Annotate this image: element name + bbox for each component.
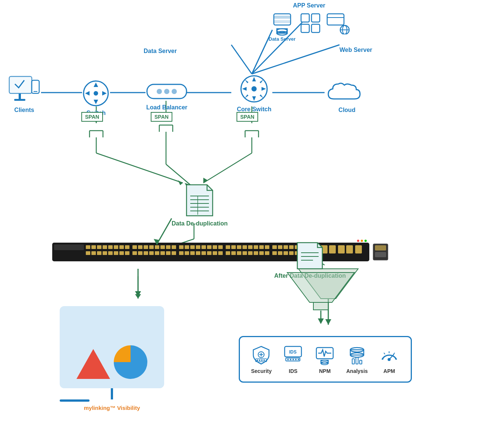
web-server-icon: [325, 12, 350, 34]
svg-rect-156: [242, 251, 247, 255]
svg-marker-73: [242, 87, 247, 91]
svg-rect-48: [312, 24, 320, 32]
svg-marker-76: [260, 80, 263, 83]
svg-line-7: [252, 45, 339, 74]
svg-rect-139: [144, 251, 148, 255]
svg-rect-46: [312, 14, 320, 22]
tool-ids: IDS IDS: [283, 345, 303, 374]
svg-point-196: [259, 359, 260, 361]
svg-rect-56: [19, 93, 21, 99]
tools-container: Security IDS IDS: [239, 336, 412, 383]
visibility-label: mylinking™ Visibility: [84, 405, 140, 411]
triangle-shape: [76, 349, 110, 379]
svg-rect-146: [185, 251, 189, 255]
security-icon: [251, 345, 272, 365]
shapes-area: [76, 345, 147, 379]
analysis-icon: [347, 345, 367, 365]
svg-rect-134: [114, 251, 118, 255]
svg-rect-47: [301, 24, 309, 32]
svg-marker-38: [325, 319, 331, 325]
clients-label: Clients: [14, 107, 34, 113]
svg-rect-119: [259, 245, 264, 249]
svg-rect-138: [138, 251, 143, 255]
span-label-lb: SPAN: [151, 112, 172, 122]
svg-line-221: [394, 353, 395, 354]
data-server-text-node: Data Server: [144, 48, 177, 55]
svg-rect-147: [190, 251, 195, 255]
diagram-container: APP Server Data Server: [0, 0, 504, 442]
svg-rect-173: [355, 245, 362, 253]
visibility-box: [60, 306, 164, 388]
svg-rect-155: [237, 251, 241, 255]
svg-rect-92: [103, 245, 107, 249]
tool-security: Security: [251, 345, 272, 374]
svg-rect-97: [132, 245, 137, 249]
data-dedup-node: Data De-duplication: [172, 183, 228, 227]
svg-marker-74: [262, 87, 266, 91]
svg-rect-152: [218, 251, 223, 255]
svg-rect-135: [119, 251, 124, 255]
tool-apm: APM: [379, 345, 400, 374]
svg-rect-148: [196, 251, 200, 255]
svg-text:IDS: IDS: [289, 349, 297, 355]
svg-line-220: [384, 353, 385, 354]
svg-rect-106: [185, 245, 189, 249]
svg-point-79: [251, 86, 257, 91]
svg-rect-142: [160, 251, 165, 255]
svg-rect-154: [231, 251, 236, 255]
svg-rect-93: [108, 245, 113, 249]
svg-line-21: [166, 164, 190, 185]
svg-rect-130: [91, 251, 96, 255]
svg-rect-157: [248, 251, 253, 255]
svg-rect-175: [375, 245, 386, 250]
svg-rect-40: [274, 16, 291, 19]
svg-rect-49: [327, 14, 344, 25]
svg-point-197: [261, 359, 263, 361]
ids-label: IDS: [289, 368, 297, 374]
core-switch-node: Core Switch: [237, 74, 271, 113]
svg-rect-103: [166, 245, 170, 249]
svg-rect-41: [274, 20, 291, 23]
svg-marker-77: [245, 94, 248, 98]
svg-rect-137: [132, 251, 137, 255]
ids-icon: IDS: [283, 345, 303, 365]
svg-marker-78: [260, 94, 263, 98]
data-server-label: Data Server: [269, 36, 295, 42]
svg-marker-63: [85, 91, 90, 96]
svg-rect-95: [119, 245, 124, 249]
data-dedup-label: Data De-duplication: [172, 220, 228, 227]
svg-marker-62: [94, 100, 98, 104]
cloud-node: Cloud: [325, 78, 369, 113]
arrow-device-to-visibility: [123, 267, 153, 304]
load-balancer-label: Load Balancer: [146, 104, 187, 111]
svg-marker-186: [135, 291, 141, 297]
svg-rect-104: [172, 245, 176, 249]
switch-node: Switch: [82, 80, 110, 116]
svg-rect-115: [237, 245, 241, 249]
svg-point-223: [388, 358, 391, 361]
svg-point-206: [298, 359, 299, 360]
svg-rect-133: [108, 251, 113, 255]
apm-label: APM: [384, 368, 395, 374]
svg-point-179: [364, 240, 367, 242]
visibility-box-container: mylinking™ Visibility: [60, 306, 164, 411]
svg-rect-159: [259, 251, 264, 255]
svg-rect-176: [375, 252, 386, 257]
svg-rect-214: [352, 359, 354, 364]
web-server-text: Web Server: [339, 47, 372, 53]
svg-marker-190: [318, 318, 324, 324]
core-switch-icon: [239, 74, 269, 104]
load-balancer-icon: [146, 81, 187, 102]
cloud-label: Cloud: [338, 107, 355, 113]
tools-box: Security IDS IDS: [239, 336, 412, 383]
monitor-stand: [111, 388, 113, 399]
svg-rect-88: [54, 245, 84, 250]
svg-rect-89: [86, 245, 90, 249]
svg-marker-72: [252, 96, 256, 101]
cloud-icon: [325, 78, 369, 105]
monitor-base: [60, 399, 90, 402]
svg-rect-107: [190, 245, 195, 249]
svg-rect-101: [155, 245, 159, 249]
after-dedup-icon: [294, 241, 326, 271]
svg-rect-94: [114, 245, 118, 249]
